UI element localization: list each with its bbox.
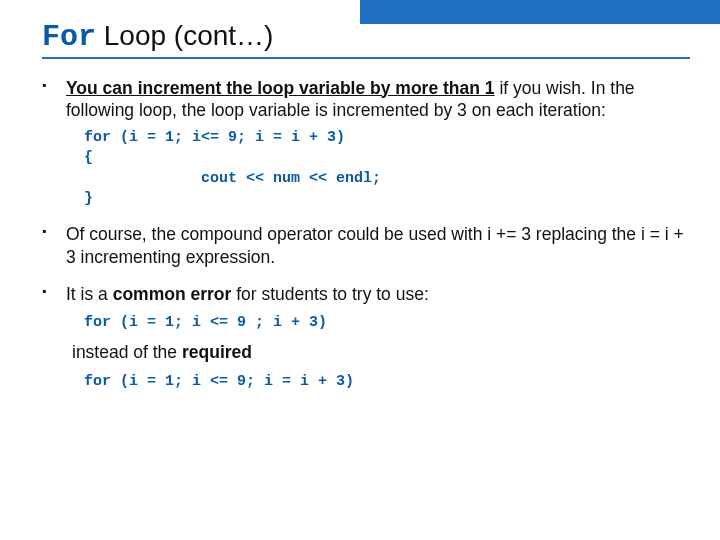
b3-code2: for (i = 1; i <= 9; i = i + 3) [84, 372, 690, 392]
b3-line1: It is a common error for students to try… [66, 284, 429, 304]
b3-bold: common error [113, 284, 232, 304]
b3-code2b: i = i + 3) [264, 373, 354, 390]
b3-prefix: It is a [66, 284, 113, 304]
b3-mid-text: instead of the [72, 342, 182, 362]
b3-code1: for (i = 1; i <= 9 ; i + 3) [84, 313, 690, 333]
title-keyword: For [42, 20, 96, 54]
slide-title: For Loop (cont…) [42, 20, 690, 59]
bullet-item-1: You can increment the loop variable by m… [42, 77, 690, 210]
b1-code-l2: { [84, 149, 93, 166]
b1-text: You can increment the loop variable by m… [66, 78, 635, 121]
b1-code: for (i = 1; i<= 9; i = i + 3) { cout << … [84, 128, 690, 209]
b3-code2a: for (i = 1; i <= 9; [84, 373, 264, 390]
b3-mid: instead of the required [72, 341, 690, 364]
slide-content: For Loop (cont…) You can increment the l… [0, 0, 720, 425]
b1-code-l1a: for (i = 1; i<= 9; [84, 129, 255, 146]
bullet-item-2: Of course, the compound operator could b… [42, 223, 690, 269]
header-accent-bar [360, 0, 720, 24]
b1-code-l3: cout << num << endl; [84, 170, 381, 187]
b1-code-l1b: i = i + 3) [255, 129, 345, 146]
b1-bold: You can increment the loop variable by m… [66, 78, 495, 98]
b2-text: Of course, the compound operator could b… [66, 224, 684, 267]
bullet-item-3: It is a common error for students to try… [42, 283, 690, 392]
title-rest: Loop (cont…) [96, 20, 273, 51]
bullet-list: You can increment the loop variable by m… [42, 77, 690, 392]
b1-code-l4: } [84, 190, 93, 207]
b3-mid-bold: required [182, 342, 252, 362]
b3-suffix: for students to try to use: [231, 284, 428, 304]
